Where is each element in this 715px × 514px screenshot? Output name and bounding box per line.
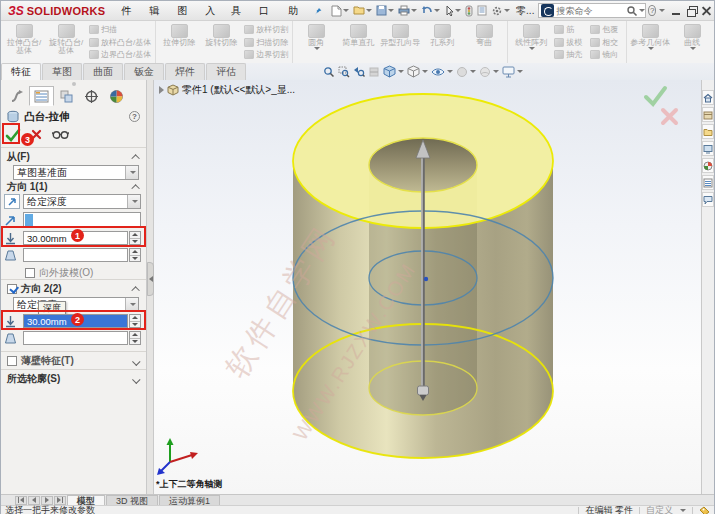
hide-show-items-icon[interactable]	[431, 66, 453, 78]
direction-reference-box[interactable]	[23, 212, 141, 228]
undo-icon[interactable]	[419, 3, 442, 19]
fillet-button[interactable]: 圆角	[295, 22, 337, 62]
panel-splitter[interactable]	[147, 80, 154, 494]
tab-sheet-metal[interactable]: 钣金	[124, 63, 164, 80]
edit-appearance-icon[interactable]	[456, 66, 476, 78]
view-orientation-icon[interactable]	[383, 65, 404, 78]
draft-spinner[interactable]	[129, 248, 141, 262]
section-selected-contours[interactable]: 所选轮廓(S)	[7, 373, 140, 385]
expand-tree-icon[interactable]	[159, 86, 164, 94]
display-manager-tab-icon[interactable]	[104, 86, 129, 106]
thin-feature-checkbox[interactable]	[7, 356, 17, 366]
tag-icon[interactable]	[699, 506, 710, 514]
search-options-caret[interactable]	[639, 9, 645, 12]
simple-hole-button[interactable]: 简单直孔	[337, 22, 379, 62]
depth-spinner[interactable]	[129, 314, 141, 328]
tab-surfaces[interactable]: 曲面	[83, 63, 123, 80]
direction2-draft-input[interactable]	[23, 331, 128, 345]
pin-icon[interactable]	[314, 4, 323, 18]
intersect-button[interactable]: 相交	[590, 37, 622, 48]
reference-geometry-caret[interactable]	[648, 47, 654, 50]
linear-pattern-caret[interactable]	[529, 47, 535, 50]
revolved-cut-button[interactable]: 旋转切除	[200, 22, 242, 62]
dimxpert-tab-icon[interactable]	[79, 86, 104, 106]
section-direction1[interactable]: 方向 1(1)	[7, 181, 140, 193]
revolved-boss-button[interactable]: 旋转凸台/基体	[45, 22, 87, 62]
direction2-end-condition-dropdown[interactable]: 给定深度	[13, 297, 139, 312]
tab-weldments[interactable]: 焊件	[165, 63, 205, 80]
file-explorer-icon[interactable]	[702, 124, 714, 139]
swept-boss-button[interactable]: 扫描	[89, 24, 151, 35]
lofted-boss-button[interactable]: 放样凸台/基体	[89, 37, 151, 48]
help-caret[interactable]	[659, 9, 665, 12]
reverse-direction-button[interactable]	[4, 194, 20, 209]
appearances-scenes-icon[interactable]	[702, 158, 714, 173]
tab-3d-views[interactable]: 3D 视图	[106, 495, 158, 505]
apply-scene-icon[interactable]	[479, 66, 499, 78]
tab-sketch[interactable]: 草图	[42, 63, 82, 80]
linear-pattern-button[interactable]: 线性阵列	[510, 22, 552, 62]
draft-spinner[interactable]	[129, 331, 141, 345]
magnifier-icon[interactable]	[626, 5, 638, 17]
customize-caret[interactable]	[680, 509, 686, 512]
wrap-button[interactable]: 包覆	[590, 24, 622, 35]
pm-help-icon[interactable]: ?	[129, 111, 140, 122]
view-settings-icon[interactable]	[502, 66, 523, 78]
tab-features[interactable]: 特征	[1, 63, 41, 80]
options-gear-icon[interactable]	[489, 3, 512, 19]
flyout-feature-tree[interactable]: 零件1 (默认<<默认>_显...	[159, 83, 295, 97]
direction1-draft-input[interactable]	[23, 248, 128, 262]
end-condition-dropdown[interactable]: 给定深度	[23, 194, 141, 209]
hole-wizard-button[interactable]: 异型孔向导	[379, 22, 421, 62]
configuration-manager-tab-icon[interactable]	[54, 86, 79, 106]
boundary-boss-button[interactable]: 边界凸台/基体	[89, 49, 151, 60]
preview-glasses-icon[interactable]	[52, 129, 69, 140]
start-condition-dropdown[interactable]: 草图基准面	[13, 165, 139, 180]
help-icon[interactable]: ?	[648, 5, 656, 16]
confirm-ok-icon[interactable]	[646, 88, 665, 104]
direction2-checkbox[interactable]	[7, 284, 17, 294]
flex-button[interactable]: 弯曲	[463, 22, 505, 62]
restore-icon[interactable]	[685, 5, 698, 17]
customize-menu[interactable]: 自定义	[646, 504, 673, 514]
curves-button[interactable]: 曲线	[671, 22, 713, 62]
forum-icon[interactable]	[702, 192, 714, 207]
section-view-icon[interactable]	[368, 66, 380, 78]
view-palette-icon[interactable]	[702, 141, 714, 156]
rib-button[interactable]: 筋	[554, 24, 586, 35]
lofted-cut-button[interactable]: 放样切割	[244, 24, 288, 35]
feature-manager-tab-icon[interactable]	[4, 86, 29, 106]
close-icon[interactable]	[700, 5, 713, 17]
select-cursor-icon[interactable]	[442, 3, 463, 19]
search-input[interactable]	[556, 6, 626, 16]
fillet-caret[interactable]	[314, 47, 320, 50]
print-icon[interactable]	[396, 3, 419, 19]
swept-cut-button[interactable]: 扫描切除	[244, 37, 288, 48]
draft-button[interactable]: 拔模	[554, 37, 586, 48]
outward-draft-checkbox[interactable]	[25, 268, 35, 278]
previous-view-icon[interactable]	[353, 66, 365, 78]
file-properties-icon[interactable]	[475, 3, 489, 19]
tab-evaluate[interactable]: 评估	[206, 63, 246, 80]
section-direction2[interactable]: 方向 2(2)	[7, 283, 140, 295]
property-manager-tab-icon[interactable]	[29, 86, 54, 106]
collapse-panel-handle[interactable]	[147, 262, 154, 296]
extruded-cut-button[interactable]: 拉伸切除	[158, 22, 200, 62]
zoom-to-area-icon[interactable]	[338, 66, 350, 78]
home-icon[interactable]	[702, 90, 714, 105]
save-icon[interactable]	[374, 3, 396, 19]
section-from[interactable]: 从(F)	[7, 151, 140, 163]
section-thin-feature[interactable]: 薄壁特征(T)	[7, 355, 140, 367]
ok-check-button[interactable]	[5, 128, 21, 142]
hole-series-button[interactable]: 孔系列	[421, 22, 463, 62]
open-file-icon[interactable]	[351, 3, 374, 19]
zoom-to-fit-icon[interactable]	[323, 66, 335, 78]
new-file-icon[interactable]	[329, 3, 351, 19]
reference-geometry-button[interactable]: 参考几何体	[629, 22, 671, 62]
rebuild-icon[interactable]	[463, 3, 475, 19]
custom-properties-icon[interactable]	[702, 175, 714, 190]
shell-button[interactable]: 抽壳	[554, 49, 586, 60]
tab-motion-study[interactable]: 运动算例1	[159, 495, 220, 505]
design-library-icon[interactable]	[702, 107, 714, 122]
boundary-cut-button[interactable]: 边界切割	[244, 49, 288, 60]
